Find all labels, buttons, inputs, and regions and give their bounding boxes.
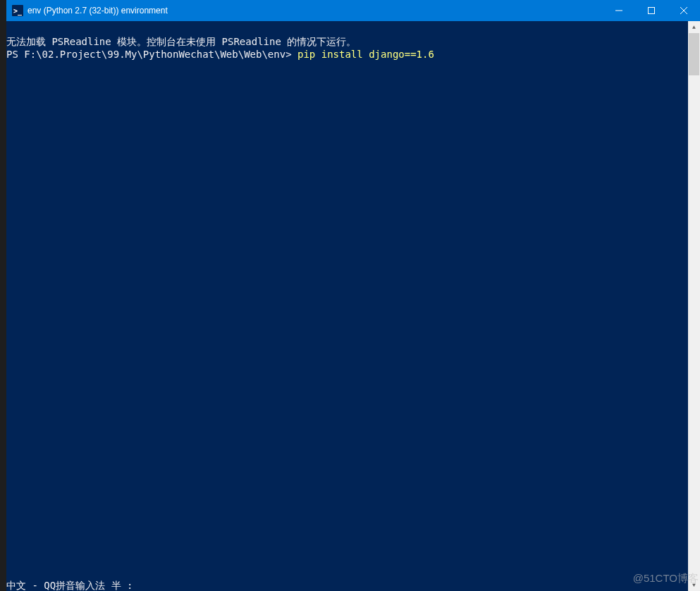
scrollbar-thumb[interactable]: [689, 33, 699, 75]
terminal-prompt-line: PS F:\02.Project\99.My\PythonWechat\Web\…: [6, 48, 688, 61]
prompt-command: pip install django==1.6: [297, 49, 434, 60]
window-content: 无法加载 PSReadline 模块。控制台在未使用 PSReadline 的情…: [6, 21, 700, 591]
minimize-button[interactable]: [603, 0, 635, 21]
scrollbar-up-button[interactable]: ▲: [688, 21, 700, 33]
terminal-output-line: 无法加载 PSReadline 模块。控制台在未使用 PSReadline 的情…: [6, 35, 688, 48]
ime-status-bar: 中文 - QQ拼音输入法 半 :: [6, 579, 133, 591]
terminal-area[interactable]: 无法加载 PSReadline 模块。控制台在未使用 PSReadline 的情…: [6, 21, 688, 591]
vertical-scrollbar[interactable]: ▲ ▼: [688, 21, 700, 591]
watermark-text: @51CTO博客: [633, 572, 699, 585]
powershell-window: >_ env (Python 2.7 (32-bit)) environment…: [6, 0, 700, 591]
powershell-icon: >_: [12, 5, 23, 16]
prompt-path: PS F:\02.Project\99.My\PythonWechat\Web\…: [6, 49, 297, 60]
editor-left-strip: [0, 0, 6, 591]
window-controls: [603, 0, 700, 21]
window-titlebar[interactable]: >_ env (Python 2.7 (32-bit)) environment: [6, 0, 700, 21]
svg-rect-1: [649, 8, 655, 14]
close-button[interactable]: [668, 0, 700, 21]
maximize-button[interactable]: [635, 0, 668, 21]
window-title: env (Python 2.7 (32-bit)) environment: [27, 0, 603, 21]
